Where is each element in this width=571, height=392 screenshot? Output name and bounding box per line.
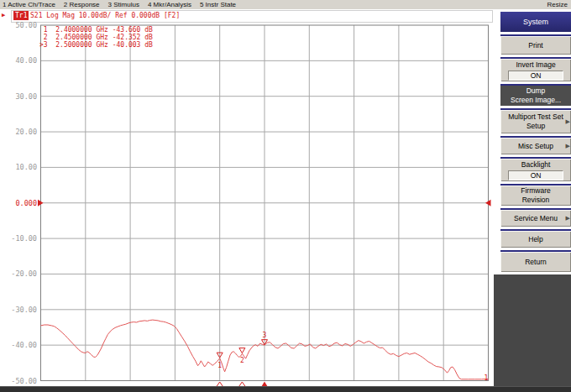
print-button[interactable]: Print (500, 34, 571, 55)
invert-image-button-state: ON (508, 71, 563, 81)
softkey-label: Misc Setup (518, 142, 553, 151)
misc-setup-button[interactable]: Misc Setup▶ (500, 136, 571, 154)
y-axis-label: 10.00 (15, 163, 37, 171)
y-axis-label: 30.00 (15, 92, 37, 101)
softkey-label: Screen Image... (511, 96, 561, 105)
y-axis-label: -50.00 (11, 377, 37, 385)
menubar-item[interactable]: 4 Mkr/Analysis (148, 1, 191, 8)
invert-image-button[interactable]: Invert ImageON (500, 57, 571, 81)
marker-symbol-icon (239, 348, 245, 353)
vna-screen: 1 Active Ch/Trace2 Response3 Stimulus4 M… (0, 0, 571, 392)
backlight-button[interactable]: BacklightON (500, 157, 571, 181)
softkey-label: Backlight (521, 160, 551, 170)
marker-readout-row: 2 2.4500000 GHz -42.352 dB (39, 34, 153, 41)
marker-label: 1 (217, 362, 222, 369)
menubar-item[interactable]: 1 Active Ch/Trace (3, 1, 55, 8)
help-button[interactable]: Help (500, 229, 571, 248)
bottom-status-bar (0, 386, 571, 392)
submenu-arrow-icon: ▶ (566, 213, 570, 222)
softkey-label: Setup (526, 122, 545, 131)
softkey-label: Invert Image (516, 60, 555, 70)
marker-label: 2 (240, 357, 244, 364)
backlight-button-state: ON (508, 170, 563, 180)
plot-area: ▶ Tr1 S21 Log Mag 10.00dB/ Ref 0.000dB [… (0, 9, 495, 387)
menubar-item[interactable]: 3 Stimulus (108, 1, 139, 8)
trace-badge[interactable]: Tr1 (13, 11, 29, 20)
y-axis-label: 0.000 (15, 199, 37, 207)
dump-screen-image-button[interactable]: DumpScreen Image... (500, 84, 571, 106)
marker-readout-row: 1 2.4000000 GHz -43.660 dB (39, 26, 153, 34)
marker-readout: 1 2.4000000 GHz -43.660 dB 2 2.4500000 G… (39, 26, 153, 49)
marker-readout-row: >3 2.5000000 GHz -40.003 dB (39, 41, 153, 49)
submenu-arrow-icon: ▶ (566, 117, 570, 126)
softkey-label: Multiport Test Set (508, 112, 563, 122)
softkey-label: Dump (526, 86, 546, 96)
firmware-revision-button[interactable]: FirmwareRevision (500, 184, 571, 206)
return-button[interactable]: Return (500, 250, 571, 272)
multiport-test-set-setup-button[interactable]: Multiport Test SetSetup▶ (500, 108, 571, 133)
y-axis-label: -20.00 (11, 269, 37, 278)
submenu-arrow-icon: ▶ (566, 141, 570, 150)
y-axis-label: 20.00 (15, 128, 37, 136)
softkey-label: Help (528, 235, 542, 244)
system-header: System (500, 12, 571, 32)
resize-button[interactable]: Resize (547, 1, 568, 8)
y-axis-label: -40.00 (11, 341, 37, 349)
menubar-item[interactable]: 2 Response (64, 1, 100, 8)
softkey-label: System (523, 18, 548, 27)
marker-label: 3 (263, 332, 267, 339)
service-menu-button[interactable]: Service Menu▶ (500, 208, 571, 227)
side-panel: SystemPrintInvert ImageONDumpScreen Imag… (494, 9, 571, 387)
y-axis-label: 50.00 (15, 21, 37, 29)
y-axis-label: -10.00 (11, 234, 37, 243)
trace-end-label: 1 (485, 374, 489, 382)
y-axis-label: -30.00 (11, 306, 37, 314)
softkey-label: Return (525, 258, 547, 267)
panel-empty-area (494, 274, 571, 387)
s21-plot-svg: 50.0040.0030.0020.0010.000.000-10.00-20.… (0, 20, 495, 392)
softkey-label: Firmware (521, 186, 550, 196)
softkey-label: Print (528, 41, 542, 50)
softkey-label: Revision (522, 196, 550, 205)
y-axis-label: 40.00 (15, 56, 37, 65)
menubar-item[interactable]: 5 Instr State (200, 1, 236, 8)
softkey-label: Service Menu (514, 214, 558, 223)
